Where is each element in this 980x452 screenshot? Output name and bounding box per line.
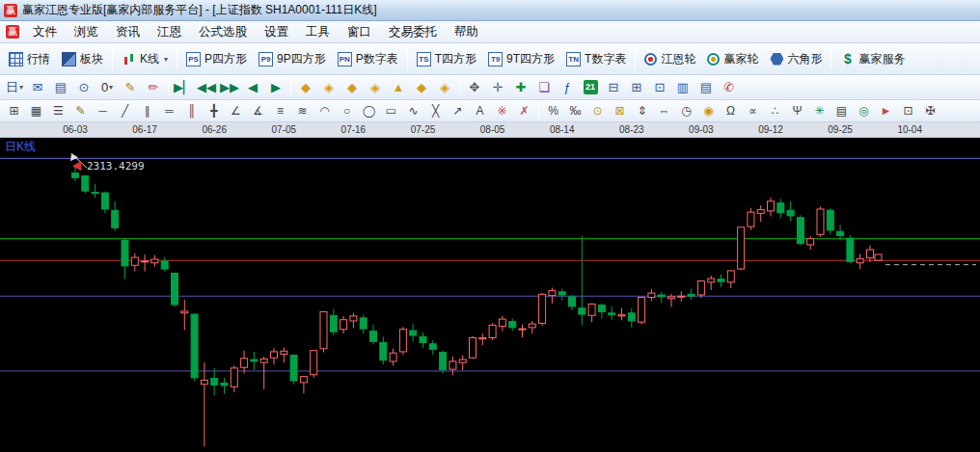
winner-wheel-button[interactable]: 赢家轮 <box>701 46 764 71</box>
date-ruler[interactable]: 06-0306-1706-2607-0507-1607-2508-0508-14… <box>0 122 980 138</box>
wave-tool[interactable]: ∿ <box>403 102 423 120</box>
gann-diamond-1-button[interactable]: ◆ <box>295 78 316 97</box>
star-tool[interactable]: ✳ <box>809 102 830 120</box>
angle-tool[interactable]: ∠ <box>226 102 246 120</box>
gann-diamond-5-button[interactable]: ◆ <box>411 78 432 97</box>
bar-count-stepper[interactable]: 0▾ <box>96 78 118 97</box>
hlevel-tool[interactable]: ═ <box>159 102 179 120</box>
menu-item-窗口[interactable]: 窗口 <box>339 21 380 42</box>
menu-item-江恩[interactable]: 江恩 <box>149 21 190 42</box>
vline-tool[interactable]: ║ <box>181 102 202 120</box>
pencil-tool[interactable]: ✎ <box>70 102 91 120</box>
step-back-button[interactable]: ◀ <box>242 78 263 97</box>
winner-service-button[interactable]: $赢家服务 <box>834 46 911 71</box>
zigzag-tool[interactable]: ╳ <box>425 102 446 120</box>
menu-item-公式选股[interactable]: 公式选股 <box>190 21 256 42</box>
gann-up-button[interactable]: ▲ <box>388 78 409 97</box>
message-button[interactable]: ✉ <box>27 78 48 97</box>
menu-item-工具[interactable]: 工具 <box>297 21 339 42</box>
fast-back-button[interactable]: ◀◀ <box>196 78 217 97</box>
trendline-tool[interactable]: ╱ <box>115 102 135 120</box>
info-button[interactable]: ✚ <box>510 78 531 97</box>
time-range-tool[interactable]: ⇔ <box>654 102 674 120</box>
cycle-tool[interactable]: ◯ <box>359 102 379 120</box>
gann-diamond-3-button[interactable]: ◆ <box>341 78 363 97</box>
permille-tool[interactable]: ‰ <box>565 102 585 120</box>
select-tool[interactable]: ⊞ <box>4 102 24 120</box>
step-forward-button[interactable]: ▶ <box>265 78 286 97</box>
golden-ratio-tool[interactable]: ⊙ <box>587 102 608 120</box>
pitchfork-tool[interactable]: Ψ <box>787 102 807 120</box>
parallel-tool[interactable]: ∥ <box>137 102 157 120</box>
target-tool[interactable]: ◎ <box>854 102 874 120</box>
price-range-tool[interactable]: ⇕ <box>632 102 652 120</box>
highlight-button[interactable]: ✏ <box>143 78 164 97</box>
window-button[interactable]: ❏ <box>533 78 555 97</box>
period-selector[interactable]: 日▾ <box>4 78 25 97</box>
p9-square-button[interactable]: P99P四方形 <box>253 46 332 71</box>
menu-item-帮助[interactable]: 帮助 <box>446 21 487 42</box>
hline-tool[interactable]: ─ <box>93 102 113 120</box>
cross-tool[interactable]: ╋ <box>204 102 224 120</box>
sectors-button[interactable]: 板块 <box>56 46 109 71</box>
layers-tool[interactable]: ▦ <box>26 102 46 120</box>
app-logo-icon[interactable]: 赢 <box>4 4 17 17</box>
config-tool[interactable]: ✠ <box>920 102 940 120</box>
kline-button[interactable]: K线▾ <box>116 46 174 71</box>
erase-tool[interactable]: ✗ <box>514 102 534 120</box>
list-button[interactable]: ▤ <box>695 78 717 97</box>
t-number-button[interactable]: TNT数字表 <box>560 46 632 71</box>
t9-square-button[interactable]: T99T四方形 <box>482 46 560 71</box>
pan-button[interactable]: ✥ <box>464 78 485 97</box>
screen-3-button[interactable]: ⊡ <box>649 78 670 97</box>
circle-tool[interactable]: ○ <box>337 102 357 120</box>
p-square-button[interactable]: PSP四方形 <box>180 46 253 71</box>
screen-1-button[interactable]: ⊟ <box>603 78 624 97</box>
menu-item-设置[interactable]: 设置 <box>256 21 297 42</box>
gann-diamond-6-button[interactable]: ◈ <box>434 78 455 97</box>
report-button[interactable]: ▤ <box>50 78 71 97</box>
screen-2-button[interactable]: ⊞ <box>626 78 647 97</box>
clock-tool[interactable]: ◷ <box>676 102 696 120</box>
percent-tool[interactable]: % <box>543 102 563 120</box>
menu-item-浏览[interactable]: 浏览 <box>66 21 107 42</box>
regression-tool[interactable]: ∴ <box>765 102 785 120</box>
gann-diamond-4-button[interactable]: ◈ <box>365 78 386 97</box>
ratio-tool[interactable]: ∝ <box>743 102 763 120</box>
menu-item-交易委托[interactable]: 交易委托 <box>380 21 446 42</box>
menu-item-资讯[interactable]: 资讯 <box>107 21 149 42</box>
flag-tool[interactable]: ► <box>876 102 896 120</box>
gann-box-tool[interactable]: ⊠ <box>610 102 630 120</box>
t-square-button[interactable]: TST四方形 <box>411 46 482 71</box>
quotes-button[interactable]: 行情 <box>3 46 56 71</box>
arrow-tool[interactable]: ↗ <box>448 102 468 120</box>
fib-fan-tool[interactable]: ≋ <box>292 102 313 120</box>
goto-latest-button[interactable]: ▶▏ <box>173 78 194 97</box>
title-bar[interactable]: 赢 赢家江恩专业版[赢家内部服务平台] - [上证指数 SH1A0001-111… <box>0 0 980 21</box>
balance-tool[interactable]: Ω <box>721 102 741 120</box>
band-tool[interactable]: ▤ <box>831 102 852 120</box>
chart-area[interactable]: 日K线 2313.4299 <box>0 138 980 452</box>
zoom-button[interactable]: ⊙ <box>73 78 95 97</box>
rect-tool[interactable]: ▭ <box>381 102 401 120</box>
formula-button[interactable]: ƒ <box>557 78 578 97</box>
chart-canvas[interactable]: 2313.4299 <box>0 138 980 452</box>
gann-angle-tool[interactable]: ∡ <box>248 102 268 120</box>
arc-tool[interactable]: ◠ <box>314 102 335 120</box>
service-call-button[interactable]: ✆ <box>719 78 740 97</box>
text-tool[interactable]: A <box>470 102 490 120</box>
p-number-button[interactable]: PNP数字表 <box>332 46 404 71</box>
crosshair-button[interactable]: ✛ <box>487 78 508 97</box>
gann-wheel-button[interactable]: 江恩轮 <box>639 46 701 71</box>
list-tool[interactable]: ☰ <box>48 102 68 120</box>
menu-item-文件[interactable]: 文件 <box>24 21 66 42</box>
spiral-tool[interactable]: ◉ <box>698 102 719 120</box>
marker-tool[interactable]: ※ <box>492 102 512 120</box>
fib-lines-tool[interactable]: ≡ <box>270 102 290 120</box>
calendar-21-button[interactable]: 21 <box>580 78 601 97</box>
pencil-button[interactable]: ✎ <box>120 78 141 97</box>
fast-forward-button[interactable]: ▶▶ <box>219 78 240 97</box>
hexagon-button[interactable]: 六角形 <box>764 46 828 71</box>
layout-button[interactable]: ▥ <box>672 78 694 97</box>
gann-diamond-2-button[interactable]: ◈ <box>318 78 340 97</box>
